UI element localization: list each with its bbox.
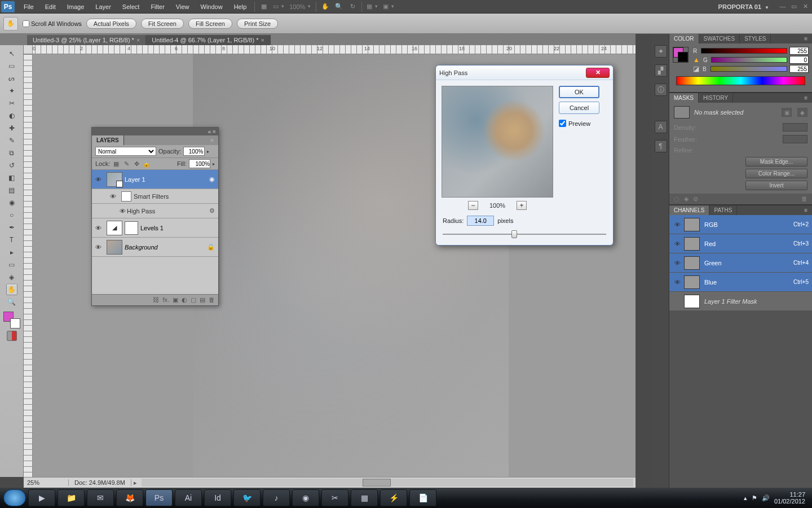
menu-filter[interactable]: Filter — [145, 2, 170, 12]
radius-input[interactable] — [467, 216, 494, 226]
magic-wand-tool-icon[interactable]: ✦ — [6, 85, 17, 97]
visibility-eye-icon[interactable]: 👁 — [673, 240, 682, 247]
hand-tool-icon[interactable]: ✋ — [320, 2, 331, 12]
print-size-button[interactable]: Print Size — [237, 19, 278, 29]
taskbar-winamp-icon[interactable]: ⚡ — [380, 489, 407, 506]
panel-menu-icon[interactable]: ≡ — [206, 135, 218, 145]
layer-row-levels[interactable]: 👁 ◢ Levels 1 — [92, 218, 218, 238]
close-panel-icon[interactable]: × — [213, 128, 216, 135]
history-brush-tool-icon[interactable]: ↺ — [6, 160, 17, 171]
smart-filters-row[interactable]: 👁 Smart Filters — [92, 189, 218, 204]
window-close-icon[interactable]: ✕ — [801, 3, 810, 10]
document-tab[interactable]: Untitled-3 @ 25% (Layer 1, RGB/8) *× — [27, 35, 146, 45]
link-layers-icon[interactable]: ⛓ — [153, 296, 159, 304]
menu-view[interactable]: View — [170, 2, 195, 12]
histogram-icon[interactable]: ▞ — [655, 64, 667, 77]
screen-mode-dropdown-2[interactable]: ▣▼ — [381, 2, 397, 11]
ruler-origin[interactable] — [24, 45, 33, 54]
taskbar-spotify-icon[interactable]: ♪ — [263, 489, 290, 506]
channel-filter-mask[interactable]: ·Layer 1 Filter Mask — [669, 292, 812, 311]
menu-select[interactable]: Select — [117, 2, 145, 12]
channel-red[interactable]: 👁RedCtrl+3 — [669, 234, 812, 253]
lock-all-icon[interactable]: 🔒 — [143, 160, 151, 168]
path-selection-tool-icon[interactable]: ▸ — [6, 247, 17, 258]
group-icon[interactable]: ▢ — [191, 296, 196, 304]
taskbar-explorer-icon[interactable]: 📁 — [58, 489, 85, 506]
filter-preview-image[interactable] — [442, 86, 553, 198]
clone-stamp-tool-icon[interactable]: ⧉ — [6, 147, 17, 159]
info-arrow-icon[interactable]: ▸ — [131, 479, 139, 487]
taskbar-media-player-icon[interactable]: ▶ — [28, 489, 55, 506]
marquee-tool-icon[interactable]: ▭ — [6, 60, 17, 72]
lock-pixels-icon[interactable]: ✎ — [122, 160, 130, 168]
preview-checkbox[interactable]: Preview — [559, 120, 599, 127]
navigator-icon[interactable]: ✦ — [655, 45, 667, 58]
info-icon[interactable]: ⓘ — [655, 84, 667, 96]
density-input[interactable] — [783, 123, 807, 132]
action-center-icon[interactable]: ⚑ — [752, 494, 757, 502]
workspace-switcher[interactable]: PROPORTA 01 ▼ — [714, 2, 774, 11]
zoom-tool-icon[interactable]: 🔍 — [6, 296, 17, 308]
color-range-button[interactable]: Color Range... — [745, 169, 807, 178]
taskbar-firefox-icon[interactable]: 🦊 — [116, 489, 143, 506]
levels-adjustment-icon[interactable]: ◢ — [107, 221, 122, 235]
zoom-out-button[interactable]: − — [468, 201, 478, 210]
visibility-eye-icon[interactable]: 👁 — [107, 193, 119, 200]
taskbar-document-icon[interactable]: 📄 — [409, 489, 436, 506]
filter-highpass-row[interactable]: 👁 High Pass ⚙ — [92, 204, 218, 218]
eraser-tool-icon[interactable]: ◧ — [6, 172, 17, 183]
trash-icon[interactable]: 🗑 — [209, 296, 215, 304]
zoom-in-button[interactable]: + — [517, 201, 527, 210]
opacity-input[interactable] — [183, 147, 205, 156]
g-slider[interactable] — [711, 57, 787, 63]
slider-handle[interactable] — [511, 230, 517, 238]
taskbar-snip-icon[interactable]: ✂ — [321, 489, 348, 506]
fill-input[interactable] — [189, 159, 210, 168]
channel-blue[interactable]: 👁BlueCtrl+5 — [669, 273, 812, 292]
taskbar-pidgin-icon[interactable]: 🐦 — [233, 489, 261, 506]
fill-screen-button[interactable]: Fill Screen — [188, 19, 232, 29]
feather-input[interactable] — [783, 135, 807, 143]
taskbar-indesign-icon[interactable]: Id — [204, 489, 231, 506]
layer-mask-thumbnail[interactable] — [125, 221, 138, 235]
3d-tool-icon[interactable]: ◈ — [6, 271, 17, 283]
hand-tool-icon[interactable]: ✋ — [6, 284, 17, 295]
taskbar-illustrator-icon[interactable]: Ai — [175, 489, 202, 506]
volume-icon[interactable]: 🔊 — [762, 494, 770, 502]
zoom-level-field[interactable]: 25% — [24, 479, 69, 486]
menu-image[interactable]: Image — [61, 2, 90, 12]
window-minimize-icon[interactable]: — — [778, 3, 787, 10]
start-button[interactable] — [3, 489, 26, 506]
visibility-eye-icon[interactable]: 👁 — [92, 225, 104, 231]
tab-styles[interactable]: STYLES — [740, 34, 771, 43]
tab-layers[interactable]: LAYERS — [92, 135, 124, 145]
visibility-eye-icon[interactable]: 👁 — [673, 260, 682, 266]
blend-mode-select[interactable]: Normal — [95, 147, 156, 156]
tab-history[interactable]: HISTORY — [699, 93, 733, 103]
apply-mask-icon[interactable]: ◈ — [684, 195, 689, 203]
layer-thumbnail[interactable] — [107, 172, 122, 187]
color-spectrum-ramp[interactable] — [676, 76, 805, 85]
taskbar-photoshop-icon[interactable]: Ps — [145, 489, 173, 506]
opacity-arrow-icon[interactable]: ▸ — [207, 149, 209, 154]
visibility-eye-icon[interactable]: 👁 — [673, 221, 682, 228]
layer-row-layer1[interactable]: 👁 Layer 1 ◉ — [92, 170, 218, 189]
zoom-tool-icon[interactable]: 🔍 — [333, 2, 345, 12]
gradient-tool-icon[interactable]: ▤ — [6, 185, 17, 196]
close-tab-icon[interactable]: × — [261, 37, 264, 43]
load-selection-icon[interactable]: ◌ — [674, 195, 679, 203]
healing-brush-tool-icon[interactable]: ✚ — [6, 122, 17, 134]
document-info[interactable]: Doc: 24.9M/49.8M — [69, 479, 131, 486]
dodge-tool-icon[interactable]: ○ — [6, 209, 17, 221]
cancel-button[interactable]: Cancel — [559, 102, 599, 114]
panel-menu-icon[interactable]: ≡ — [800, 205, 812, 215]
pen-tool-icon[interactable]: ✒ — [6, 222, 17, 233]
actual-pixels-button[interactable]: Actual Pixels — [86, 19, 136, 29]
scroll-all-windows-checkbox[interactable]: Scroll All Windows — [23, 20, 82, 27]
adjustment-layer-icon[interactable]: ◐ — [182, 296, 187, 304]
disable-mask-icon[interactable]: ⊘ — [693, 195, 698, 203]
bridge-icon[interactable]: ▦ — [258, 2, 270, 12]
rotate-view-icon[interactable]: ↻ — [347, 2, 358, 12]
filter-mask-thumbnail[interactable] — [121, 191, 131, 202]
fill-arrow-icon[interactable]: ▸ — [213, 161, 215, 167]
